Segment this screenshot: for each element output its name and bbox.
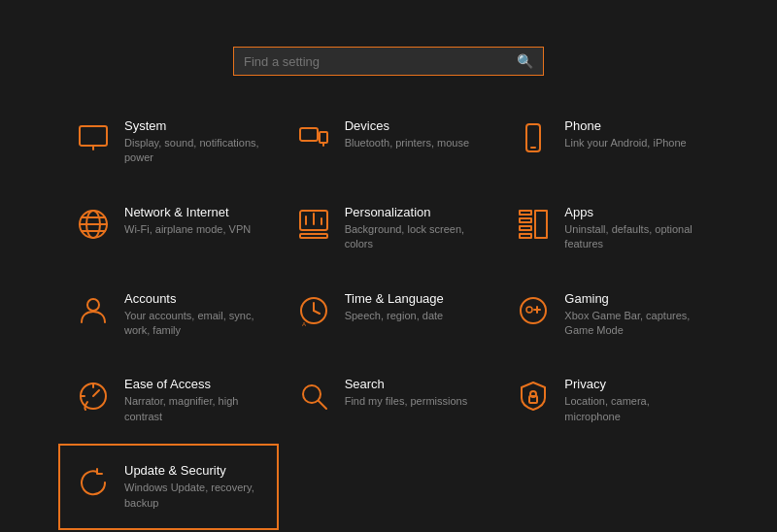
settings-grid: SystemDisplay, sound, notifications, pow… bbox=[0, 99, 777, 530]
personalization-desc: Background, lock screen, colors bbox=[345, 222, 484, 252]
svg-point-38 bbox=[530, 391, 536, 397]
svg-rect-0 bbox=[80, 126, 107, 146]
accounts-icon bbox=[74, 291, 113, 330]
settings-item-apps[interactable]: AppsUninstall, defaults, optional featur… bbox=[498, 185, 719, 272]
maximize-button[interactable] bbox=[676, 0, 721, 31]
monitor-icon bbox=[74, 118, 113, 157]
settings-item-accounts[interactable]: AccountsYour accounts, email, sync, work… bbox=[58, 272, 279, 358]
svg-line-26 bbox=[314, 311, 320, 314]
search-desc: Find my files, permissions bbox=[345, 394, 468, 409]
window-controls bbox=[627, 0, 769, 31]
settings-item-gaming[interactable]: GamingXbox Game Bar, captures, Game Mode bbox=[498, 272, 719, 358]
search-input[interactable] bbox=[244, 54, 517, 69]
close-button[interactable] bbox=[725, 0, 769, 31]
ease-icon bbox=[74, 377, 113, 416]
apps-title: Apps bbox=[564, 205, 703, 219]
personalization-icon bbox=[294, 205, 333, 244]
gaming-desc: Xbox Game Bar, captures, Game Mode bbox=[564, 309, 703, 339]
time-icon: A bbox=[294, 291, 333, 330]
svg-rect-14 bbox=[300, 234, 327, 238]
privacy-icon bbox=[514, 377, 553, 416]
search-box[interactable]: 🔍 bbox=[233, 47, 544, 76]
settings-item-network[interactable]: Network & InternetWi-Fi, airplane mode, … bbox=[58, 185, 279, 272]
settings-item-system[interactable]: SystemDisplay, sound, notifications, pow… bbox=[58, 99, 279, 185]
network-desc: Wi-Fi, airplane mode, VPN bbox=[124, 222, 251, 237]
svg-rect-20 bbox=[520, 226, 531, 230]
personalization-title: Personalization bbox=[345, 205, 484, 219]
svg-point-29 bbox=[526, 307, 532, 313]
svg-rect-22 bbox=[535, 211, 547, 238]
update-title: Update & Security bbox=[124, 463, 263, 478]
accounts-desc: Your accounts, email, sync, work, family bbox=[124, 309, 263, 339]
devices-title: Devices bbox=[345, 118, 469, 133]
time-title: Time & Language bbox=[345, 291, 444, 306]
phone-title: Phone bbox=[564, 118, 686, 133]
gaming-icon bbox=[514, 291, 553, 330]
apps-icon bbox=[514, 205, 553, 244]
search-title: Search bbox=[345, 377, 468, 391]
svg-line-36 bbox=[319, 401, 326, 409]
gaming-title: Gaming bbox=[564, 291, 703, 306]
settings-item-phone[interactable]: PhoneLink your Android, iPhone bbox=[498, 99, 719, 185]
system-desc: Display, sound, notifications, power bbox=[124, 136, 263, 166]
settings-item-time[interactable]: ATime & LanguageSpeech, region, date bbox=[279, 272, 499, 358]
network-title: Network & Internet bbox=[124, 205, 251, 219]
svg-rect-19 bbox=[520, 218, 531, 222]
search-icon: 🔍 bbox=[517, 53, 533, 69]
svg-rect-21 bbox=[520, 234, 531, 238]
update-icon bbox=[74, 463, 113, 502]
title-bar bbox=[0, 0, 777, 31]
accounts-title: Accounts bbox=[124, 291, 263, 306]
settings-item-ease[interactable]: Ease of AccessNarrator, magnifier, high … bbox=[58, 357, 279, 444]
ease-title: Ease of Access bbox=[124, 377, 263, 391]
update-desc: Windows Update, recovery, backup bbox=[124, 481, 263, 511]
time-desc: Speech, region, date bbox=[345, 309, 444, 323]
network-icon bbox=[74, 205, 113, 244]
devices-desc: Bluetooth, printers, mouse bbox=[345, 136, 469, 150]
svg-rect-3 bbox=[300, 128, 318, 141]
svg-rect-4 bbox=[320, 132, 327, 143]
phone-icon bbox=[514, 118, 553, 157]
devices-icon bbox=[294, 118, 333, 157]
settings-item-search[interactable]: SearchFind my files, permissions bbox=[279, 357, 499, 444]
search-container: 🔍 bbox=[0, 31, 777, 99]
ease-desc: Narrator, magnifier, high contrast bbox=[124, 394, 263, 424]
settings-item-devices[interactable]: DevicesBluetooth, printers, mouse bbox=[279, 99, 499, 185]
svg-point-28 bbox=[521, 298, 546, 323]
privacy-title: Privacy bbox=[564, 377, 703, 391]
phone-desc: Link your Android, iPhone bbox=[564, 136, 686, 150]
settings-item-update[interactable]: Update & SecurityWindows Update, recover… bbox=[58, 444, 279, 530]
system-title: System bbox=[124, 118, 263, 133]
apps-desc: Uninstall, defaults, optional features bbox=[564, 222, 703, 252]
settings-item-personalization[interactable]: PersonalizationBackground, lock screen, … bbox=[279, 185, 499, 272]
search-icon bbox=[294, 377, 333, 416]
svg-point-23 bbox=[87, 299, 99, 311]
svg-rect-18 bbox=[520, 211, 531, 215]
privacy-desc: Location, camera, microphone bbox=[564, 394, 703, 424]
minimize-button[interactable] bbox=[627, 0, 672, 31]
settings-item-privacy[interactable]: PrivacyLocation, camera, microphone bbox=[498, 357, 719, 444]
svg-text:A: A bbox=[302, 321, 306, 326]
